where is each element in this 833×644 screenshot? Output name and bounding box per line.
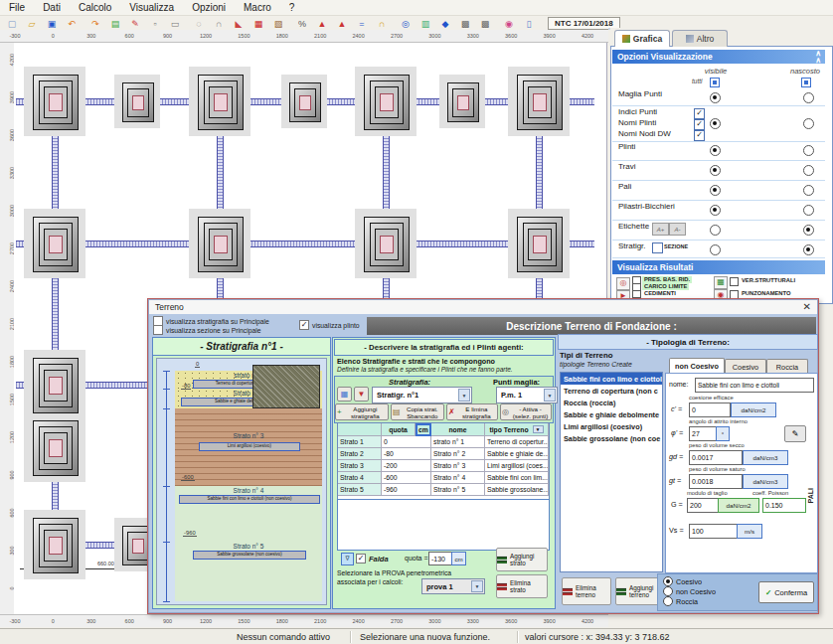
footing-plinto[interactable] <box>517 75 563 130</box>
plinti-list-area[interactable] <box>337 499 550 551</box>
hidden-radio[interactable] <box>803 185 814 196</box>
footing-plinto[interactable] <box>198 75 244 130</box>
footing-plinto[interactable] <box>364 217 410 272</box>
menu-item-macro[interactable]: Macro <box>235 1 280 14</box>
aggiungi-stratigrafia-button[interactable]: +Aggiungi stratigrafia <box>335 403 389 420</box>
viz-row-checkbox[interactable]: ✓ <box>694 130 705 141</box>
col-header-quota[interactable]: quota <box>382 423 416 436</box>
nome-input[interactable]: Sabbie fini con limo e ciottoli <box>695 378 814 393</box>
visible-radio[interactable] <box>710 118 721 129</box>
new-file-icon[interactable]: ▢ <box>3 16 21 31</box>
g-input[interactable]: 200 <box>687 498 721 513</box>
tipi-terreno-listbox[interactable]: Sabbie fini con limo e ciottoliTerreno d… <box>560 372 663 572</box>
edit-pencil-button[interactable]: ✎ <box>784 425 806 442</box>
menu-item-file[interactable]: File <box>0 1 34 14</box>
table-row[interactable]: Strato 3-200Strato n° 3Limi argillosi (c… <box>338 460 549 472</box>
col-header-nome[interactable]: nome <box>431 423 485 436</box>
table-row[interactable]: Strato 2-80Strato n° 2Sabbie e ghiaie de… <box>338 448 549 460</box>
chart-icon[interactable]: ◣ <box>230 16 248 31</box>
camera1-icon[interactable]: ▩ <box>456 16 474 31</box>
visible-radio[interactable] <box>710 225 721 236</box>
chevron-down-icon[interactable]: ▼ <box>458 389 470 402</box>
footing-plinto[interactable] <box>364 75 410 130</box>
terrain-list-item[interactable]: Limi argillosi (coesivo) <box>561 420 662 432</box>
terrain-list-item[interactable]: Roccia (roccia) <box>561 397 662 408</box>
footing-plinto[interactable] <box>33 358 79 413</box>
tab-coesivo[interactable]: Coesivo <box>725 359 766 374</box>
hidden-radio[interactable] <box>803 205 814 216</box>
attiva-selezione-button[interactable]: ◎- Attiva - (selez. punti) <box>500 403 552 420</box>
monitor-icon[interactable]: ▥ <box>416 16 434 31</box>
table-row[interactable]: Strato 4-600Strato n° 4Sabbie fini con l… <box>338 472 549 484</box>
visible-radio[interactable] <box>710 165 721 176</box>
elimina-stratigrafia-button[interactable]: ✗E limina stratigrafia <box>446 403 498 420</box>
hidden-radio[interactable] <box>803 118 814 129</box>
document-icon[interactable]: ▯ <box>520 16 538 31</box>
elimina-terreno-button[interactable]: Elimina terreno <box>562 577 611 605</box>
font-size-button[interactable]: A- <box>669 223 686 236</box>
stratigraphy-drawing[interactable]: strato n° 1Terreno di copertura (non coe… <box>156 358 327 605</box>
terrain-list-item[interactable]: Terreno di copertura (non c <box>561 385 662 397</box>
hidden-radio[interactable] <box>803 225 814 236</box>
redo-icon[interactable]: ↷ <box>86 16 104 31</box>
pylon2-icon[interactable]: ▲ <box>333 16 351 31</box>
panel-scrollbar[interactable] <box>608 28 610 30</box>
footing-plinto[interactable] <box>33 75 79 130</box>
chevron-down-icon[interactable]: ▼ <box>533 425 544 433</box>
ring-icon[interactable]: ◎ <box>397 16 415 31</box>
menu-item-dati[interactable]: Dati <box>34 1 70 14</box>
prova-select[interactable]: prova 1▼ <box>421 578 485 594</box>
select-region-icon[interactable]: ▫ <box>146 16 164 31</box>
elimina-strato-button[interactable]: Elimina strato <box>496 574 548 598</box>
arch-icon[interactable]: ∩ <box>373 16 391 31</box>
capsule-icon[interactable]: ▭ <box>166 16 184 31</box>
menu-item-calcolo[interactable]: Calcolo <box>70 1 120 14</box>
undo-icon[interactable]: ↶ <box>63 16 81 31</box>
all-hidden-checkbox[interactable] <box>801 78 811 87</box>
viz-row-checkbox[interactable]: ✓ <box>694 119 705 130</box>
hidden-radio[interactable] <box>803 92 814 103</box>
visible-radio[interactable] <box>710 145 721 156</box>
col-header-tipo Terreno[interactable]: tipo Terreno▼ <box>485 423 549 436</box>
poisson-input[interactable]: 0.150 <box>762 498 806 513</box>
font-size-button[interactable]: A+ <box>652 223 669 236</box>
visible-radio[interactable] <box>710 185 721 196</box>
viz-row-checkbox[interactable] <box>652 242 663 253</box>
close-icon[interactable]: ✕ <box>803 301 811 312</box>
equals-icon[interactable]: = <box>353 16 371 31</box>
pencil-icon[interactable]: ✎ <box>126 16 144 31</box>
viz-results-header[interactable]: Visualizza Risultati <box>612 260 825 274</box>
phi-input[interactable]: 27 <box>689 426 719 441</box>
terrain-radio-roccia[interactable]: Roccia <box>663 596 698 606</box>
strati-table[interactable]: quotacmnometipo Terreno▼Strato 10strato … <box>337 422 550 500</box>
viz-row-checkbox[interactable]: ✓ <box>694 108 705 119</box>
camera2-icon[interactable]: ▩ <box>476 16 494 31</box>
footing-plinto[interactable] <box>517 217 563 272</box>
strat-tool1-button[interactable]: ▦ <box>337 387 352 402</box>
tab-grafica[interactable]: Grafica <box>614 30 670 47</box>
terrain-radio-coesivo[interactable]: Coesivo <box>663 576 702 586</box>
table-row[interactable]: Strato 5-960Strato n° 5Sabbie grossolane… <box>338 484 549 496</box>
footing-plinto[interactable] <box>122 82 154 122</box>
pylon-icon[interactable]: ▲ <box>313 16 331 31</box>
dialog-titlebar[interactable]: Terreno ✕ <box>149 300 817 314</box>
all-visible-checkbox[interactable] <box>710 78 720 87</box>
footing-plinto[interactable] <box>33 217 79 272</box>
view-checkbox-2[interactable]: ✓visualizza plinto <box>299 320 360 330</box>
hidden-radio[interactable] <box>803 165 814 176</box>
visible-radio[interactable] <box>710 244 721 255</box>
strat-tool2-button[interactable]: ▼ <box>354 387 369 402</box>
save-icon[interactable]: ▣ <box>43 16 61 31</box>
conferma-button[interactable]: ✓ Conferma <box>758 581 814 603</box>
chevron-down-icon[interactable]: ▼ <box>471 580 483 592</box>
hidden-radio[interactable] <box>803 244 814 255</box>
vs-input[interactable]: 100 <box>689 524 739 539</box>
aggiungi-strato-button[interactable]: Aggiungi strato <box>496 548 548 571</box>
footing-plinto[interactable] <box>33 420 79 476</box>
footing-plinto[interactable] <box>33 518 79 573</box>
collapse-chevron-icon[interactable]: ∧∧ <box>815 50 821 64</box>
edit-form-icon[interactable]: ▤ <box>106 16 124 31</box>
menu-item-visualizza[interactable]: Visualizza <box>120 1 183 14</box>
tab-roccia[interactable]: Roccia <box>766 359 808 374</box>
color-wheel-icon[interactable]: ◉ <box>500 16 518 31</box>
